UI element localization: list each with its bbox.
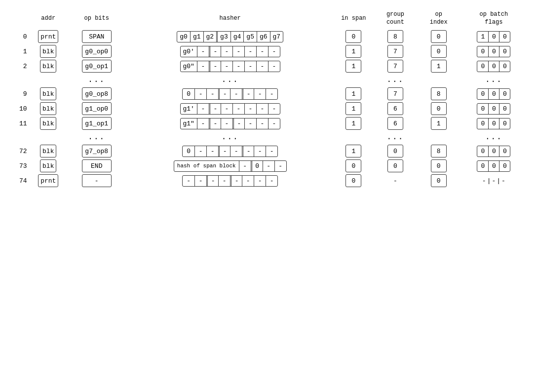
addr-cell: prnt: [30, 173, 67, 188]
hasher-item: -: [197, 104, 209, 114]
hasher-item: -: [244, 118, 256, 129]
header-group-count: groupcount: [374, 10, 417, 29]
hasher-cell: 0-------: [127, 144, 334, 158]
dots-hasher: ...: [127, 131, 334, 144]
hasher-group: 0-------: [182, 88, 278, 100]
hasher-cell: g0g1g2g3g4g5g6g7: [127, 29, 334, 44]
main-table: addr op bits hasher in span groupcount o…: [10, 10, 527, 188]
addr-value: blk: [40, 87, 56, 100]
hasher-item: g0': [181, 46, 197, 57]
addr-value: blk: [40, 102, 56, 115]
hasher-group: --------: [182, 175, 278, 187]
group-count-value: 7: [387, 45, 403, 58]
hasher-item: g1': [181, 104, 197, 114]
hasher-item: g3: [216, 32, 230, 42]
hasher-item: -: [254, 176, 266, 186]
addr-cell: blk: [30, 116, 67, 131]
hasher-item: -: [266, 176, 277, 186]
op-batch-flags-cell: 000: [460, 116, 527, 131]
hasher-item: -: [232, 46, 244, 57]
op-bits-value: g0_op0: [82, 45, 112, 58]
hasher-item: -: [256, 118, 268, 129]
group-count-value: 8: [387, 30, 403, 43]
dots-groupcount: ...: [374, 74, 417, 86]
hasher-item: -: [232, 61, 244, 72]
group-count-value: 0: [387, 145, 403, 157]
hasher-item: -: [197, 61, 209, 72]
batch-item: 0: [488, 146, 499, 157]
hasher-item: -: [221, 118, 232, 129]
op-index-cell: 0: [417, 101, 460, 116]
in-span-cell: 0: [334, 158, 374, 173]
hasher-item: -: [206, 176, 218, 186]
hasher-item: -: [209, 104, 221, 114]
batch-item: 0: [499, 61, 510, 72]
group-count-cell: -: [374, 173, 417, 188]
hasher-item: g6: [257, 32, 270, 42]
in-span-value: 1: [345, 117, 361, 130]
batch-item: 0: [499, 118, 510, 129]
dots-groupcount: ...: [374, 131, 417, 144]
batch-item: 0: [499, 89, 510, 99]
hasher-item: g0": [181, 61, 197, 72]
header-op-index: opindex: [417, 10, 460, 29]
batch-item: 0: [477, 61, 488, 72]
hasher-item: g1": [181, 118, 197, 129]
dots-row: ... ... ... ...: [10, 131, 527, 144]
row-number: 72: [10, 144, 30, 158]
hasher-item: -: [218, 176, 230, 186]
dots-inspan: [334, 74, 374, 86]
in-span-cell: 1: [334, 86, 374, 101]
hasher-cell: g1'-------: [127, 101, 334, 116]
batch-group: 000: [477, 118, 510, 129]
hasher-item: -: [268, 61, 280, 72]
op-bits-value: g7_op8: [82, 145, 112, 157]
group-count-cell: 7: [374, 44, 417, 59]
hasher-item: -: [218, 146, 230, 157]
dots-batch: ...: [460, 74, 527, 86]
batch-item: 0: [477, 89, 488, 99]
in-span-value: 1: [345, 87, 361, 100]
table-row: 1blkg0_op0g0'-------170000: [10, 44, 527, 59]
op-bits-value: g0_op8: [82, 87, 112, 100]
in-span-value: 1: [345, 60, 361, 73]
op-index-cell: 8: [417, 144, 460, 158]
group-count-cell: 6: [374, 116, 417, 131]
batch-item: -: [482, 177, 486, 185]
dots-num: [10, 131, 30, 144]
in-span-cell: 1: [334, 44, 374, 59]
hasher-cell: g1"-------: [127, 116, 334, 131]
in-span-value: 1: [345, 102, 361, 115]
row-number: 10: [10, 101, 30, 116]
hasher-item: -: [221, 46, 232, 57]
batch-item: 0: [488, 61, 499, 72]
group-count-cell: 7: [374, 86, 417, 101]
hasher-group: g1'-------: [180, 103, 280, 115]
table-row: 72blkg7_op80-------108000: [10, 144, 527, 158]
op-index-value: 8: [431, 87, 447, 100]
op-bits-cell: g0_op1: [67, 59, 127, 74]
op-batch-flags-cell: 000: [460, 158, 527, 173]
hasher-item: g5: [243, 32, 257, 42]
in-span-value: 1: [345, 145, 361, 157]
addr-cell: blk: [30, 144, 67, 158]
hasher-item: g4: [230, 32, 244, 42]
header-op-batch-flags: op batchflags: [460, 10, 527, 29]
op-bits-cell: g7_op8: [67, 144, 127, 158]
op-index-cell: 1: [417, 59, 460, 74]
op-batch-flags-cell: 000: [460, 44, 527, 59]
dots-addr: [30, 131, 67, 144]
addr-value: blk: [40, 159, 56, 172]
header-addr: addr: [30, 10, 67, 29]
op-batch-flags-cell: 100: [460, 29, 527, 44]
hasher-item: -: [242, 176, 254, 186]
batch-item: 0: [488, 104, 499, 114]
hasher-cell: 0-------: [127, 86, 334, 101]
op-index-cell: 0: [417, 173, 460, 188]
hasher-group: g0g1g2g3g4g5g6g7: [177, 31, 283, 42]
batch-item: 1: [477, 32, 488, 42]
hasher-item: -: [268, 46, 280, 57]
hasher-item: 0: [183, 89, 194, 99]
in-span-value: 0: [345, 174, 361, 187]
in-span-value: 1: [345, 45, 361, 58]
